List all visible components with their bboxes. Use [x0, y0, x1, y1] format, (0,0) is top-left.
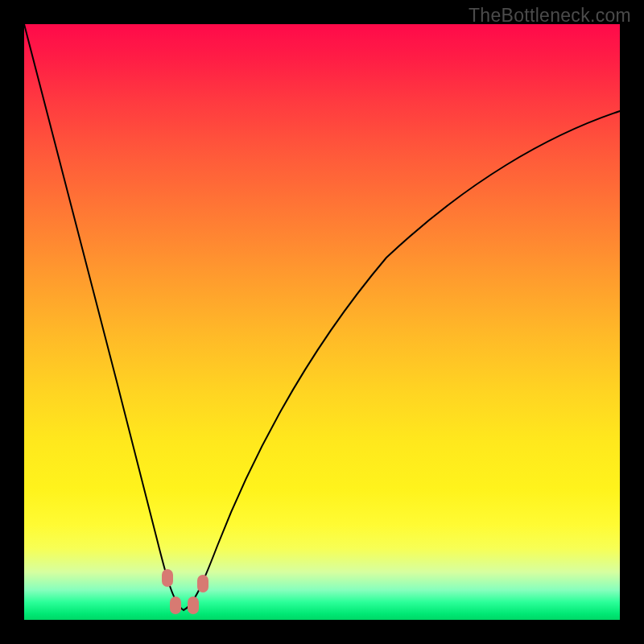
curve-marker	[188, 597, 199, 614]
curve-marker	[162, 569, 173, 587]
plot-area	[24, 24, 620, 620]
bottleneck-curve	[24, 24, 620, 610]
curve-marker	[170, 597, 181, 614]
bottleneck-chart	[24, 24, 620, 620]
watermark-text: TheBottleneck.com	[469, 5, 631, 27]
curve-marker	[197, 575, 208, 592]
